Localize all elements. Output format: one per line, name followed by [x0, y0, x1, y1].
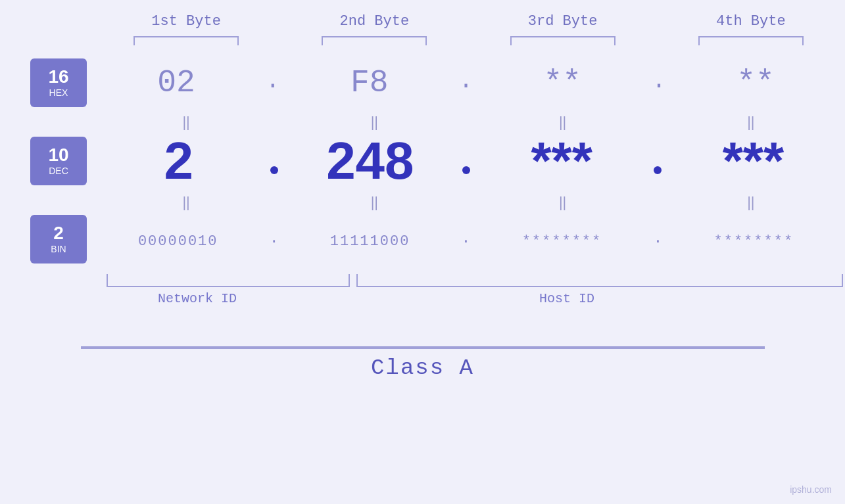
bin-value-3: ******** [522, 233, 602, 250]
eq2-1: || [92, 194, 280, 211]
main-container: 1st Byte 2nd Byte 3rd Byte 4th Byte 16 H… [0, 0, 845, 504]
hex-cell-2: F8 [280, 65, 459, 101]
dec-value-3: *** [531, 131, 592, 190]
bin-value-1: 00000010 [138, 233, 218, 250]
byte-headers-row: 1st Byte 2nd Byte 3rd Byte 4th Byte [0, 13, 845, 30]
bin-cell-2: 11111000 [279, 233, 461, 250]
hex-cell-1: 02 [87, 65, 266, 101]
bin-row: 2 BIN 00000010 . 11111000 . ******** . *… [0, 215, 845, 263]
hex-dot-3: . [652, 68, 666, 99]
watermark: ipshu.com [790, 484, 832, 495]
bin-value-2: 11111000 [330, 233, 410, 250]
hex-badge-number: 16 [48, 68, 68, 86]
bracket-cell-1 [92, 36, 280, 45]
hex-badge-label: HEX [49, 87, 68, 98]
dec-dot-1 [270, 166, 278, 174]
network-id-bracket [107, 274, 350, 287]
bracket-cell-3 [469, 36, 657, 45]
hex-cell-4: ** [666, 65, 845, 101]
eq2-3: || [469, 194, 657, 211]
class-label: Class A [371, 355, 474, 380]
network-id-label: Network ID [158, 291, 237, 306]
hex-values-area: 02 . F8 . ** . ** [87, 65, 845, 101]
dec-values-area: 2 248 *** *** [87, 135, 845, 187]
hex-value-3: ** [544, 65, 582, 101]
hex-dot-2: . [459, 68, 473, 99]
dec-cell-1: 2 [87, 135, 270, 187]
hex-value-4: ** [736, 65, 775, 101]
bin-dot-1: . [269, 229, 278, 250]
top-bracket-3 [510, 36, 616, 45]
class-row: Class A [0, 346, 845, 380]
top-bracket-4 [698, 36, 804, 45]
bin-cell-3: ******** [471, 233, 653, 250]
eq-4: || [657, 114, 845, 131]
bin-cell-1: 00000010 [87, 233, 269, 250]
hex-dot-1: . [266, 68, 280, 99]
bracket-cell-4 [657, 36, 845, 45]
dec-badge-number: 10 [48, 146, 68, 164]
hex-badge: 16 HEX [30, 58, 87, 107]
bin-dot-2: . [461, 229, 470, 250]
bracket-cell-2 [280, 36, 468, 45]
host-id-bracket [356, 274, 843, 287]
eq2-4: || [657, 194, 845, 211]
dec-value-4: *** [723, 131, 784, 190]
bin-badge-number: 2 [53, 224, 64, 242]
bin-cell-4: ******** [663, 233, 845, 250]
hex-value-1: 02 [157, 65, 195, 101]
dec-badge: 10 DEC [30, 137, 87, 185]
dec-cell-3: *** [470, 135, 654, 187]
bin-dot-3: . [653, 229, 662, 250]
hex-cell-3: ** [473, 65, 652, 101]
eq-1: || [92, 114, 280, 131]
dec-value-1: 2 [164, 131, 193, 190]
byte-header-3: 3rd Byte [469, 13, 657, 30]
dec-value-2: 248 [326, 131, 414, 190]
bin-badge-label: BIN [51, 244, 66, 254]
class-underline [81, 346, 765, 349]
dec-row: 10 DEC 2 248 *** *** [0, 135, 845, 187]
hex-value-2: F8 [350, 65, 389, 101]
host-id-label: Host ID [539, 291, 594, 306]
dec-badge-label: DEC [49, 166, 68, 176]
equals-row-1: || || || || [0, 114, 845, 131]
byte-header-1: 1st Byte [92, 13, 280, 30]
eq2-2: || [280, 194, 468, 211]
dec-cell-2: 248 [278, 135, 462, 187]
dec-cell-4: *** [662, 135, 845, 187]
hex-row: 16 HEX 02 . F8 . ** . ** [0, 58, 845, 107]
eq-2: || [280, 114, 468, 131]
top-bracket-1 [133, 36, 239, 45]
bottom-brackets-container: Network ID Host ID [0, 274, 845, 313]
top-bracket-2 [322, 36, 427, 45]
dec-dot-2 [462, 166, 470, 174]
byte-header-2: 2nd Byte [280, 13, 468, 30]
equals-row-2: || || || || [0, 194, 845, 211]
bin-value-4: ******** [713, 233, 794, 250]
top-brackets-row [0, 36, 845, 45]
eq-3: || [469, 114, 657, 131]
bin-badge: 2 BIN [30, 215, 87, 263]
dec-dot-3 [654, 166, 662, 174]
byte-header-4: 4th Byte [657, 13, 845, 30]
bin-values-area: 00000010 . 11111000 . ******** . *******… [87, 229, 845, 250]
